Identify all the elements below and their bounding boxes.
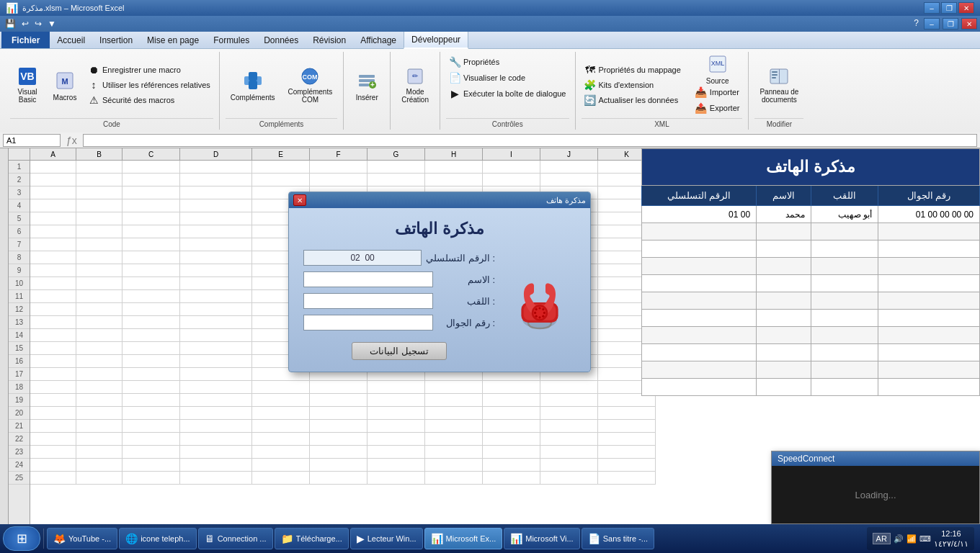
grid-cell[interactable] xyxy=(310,174,368,186)
restore-btn[interactable]: ❐ xyxy=(941,2,957,14)
grid-cell[interactable] xyxy=(76,264,122,277)
taskbar-item-download[interactable]: 📁 Télécharge... xyxy=(275,528,349,549)
taskbar-item-vba[interactable]: 📊 Microsoft Vi... xyxy=(504,528,579,549)
grid-cell[interactable] xyxy=(483,446,540,459)
grid-cell[interactable] xyxy=(76,212,122,225)
menu-fichier[interactable]: Fichier xyxy=(1,32,50,48)
cell-serial-1[interactable]: 00 01 xyxy=(642,206,757,223)
grid-cell[interactable] xyxy=(425,161,483,174)
grid-cell[interactable] xyxy=(180,251,252,264)
app-minimize-btn[interactable]: – xyxy=(924,18,940,30)
grid-cell[interactable] xyxy=(30,459,76,472)
grid-cell[interactable] xyxy=(425,446,483,459)
grid-cell[interactable] xyxy=(30,212,76,225)
grid-cell[interactable] xyxy=(483,420,540,433)
grid-cell[interactable] xyxy=(180,368,252,381)
col-f[interactable]: F xyxy=(310,148,368,160)
volume-icon[interactable]: 🔊 xyxy=(894,534,904,544)
customize-quick-btn[interactable]: ▼ xyxy=(45,19,58,29)
references-btn[interactable]: ↕ Utiliser les références relatives xyxy=(85,78,213,92)
grid-cell[interactable] xyxy=(310,446,368,459)
grid-cell[interactable] xyxy=(30,199,76,212)
grid-cell[interactable] xyxy=(122,199,180,212)
grid-cell[interactable] xyxy=(180,316,252,329)
grid-cell[interactable] xyxy=(180,342,252,355)
visualiser-code-btn[interactable]: 📄 Visualiser le code xyxy=(446,71,528,85)
menu-formules[interactable]: Formules xyxy=(206,32,257,48)
grid-cell[interactable] xyxy=(122,225,180,238)
grid-cell[interactable] xyxy=(76,290,122,303)
xml-proprietes-btn[interactable]: 🗺 Propriétés du mappage xyxy=(582,63,684,77)
grid-cell[interactable] xyxy=(122,355,180,368)
grid-cell[interactable] xyxy=(76,277,122,290)
grid-cell[interactable] xyxy=(180,238,252,251)
grid-cell[interactable] xyxy=(122,407,180,420)
grid-cell[interactable] xyxy=(122,303,180,316)
col-g[interactable]: G xyxy=(368,148,425,160)
grid-cell[interactable] xyxy=(368,459,425,472)
mode-creation-btn[interactable]: ✏ Mode Création xyxy=(396,63,434,107)
grid-cell[interactable] xyxy=(598,433,656,446)
grid-cell[interactable] xyxy=(598,472,656,485)
grid-cell[interactable] xyxy=(368,174,425,186)
securite-btn[interactable]: ⚠ Sécurité des macros xyxy=(85,93,213,107)
grid-cell[interactable] xyxy=(483,459,540,472)
menu-affichage[interactable]: Affichage xyxy=(353,32,404,48)
undo-quick-btn[interactable]: ↩ xyxy=(19,19,31,29)
grid-cell[interactable] xyxy=(425,407,483,420)
panneau-btn[interactable]: Panneau de documents xyxy=(754,63,803,107)
grid-cell[interactable] xyxy=(598,407,656,420)
redo-quick-btn[interactable]: ↪ xyxy=(32,19,44,29)
grid-cell[interactable] xyxy=(368,394,425,407)
taskbar-item-youtube[interactable]: 🦊 YouTube -... xyxy=(47,528,117,549)
grid-cell[interactable] xyxy=(30,342,76,355)
col-i[interactable]: I xyxy=(483,148,540,160)
grid-cell[interactable] xyxy=(180,277,252,290)
dialog-close-btn[interactable]: ✕ xyxy=(293,194,306,206)
grid-cell[interactable] xyxy=(30,186,76,199)
network-icon[interactable]: 📶 xyxy=(906,534,917,544)
grid-cell[interactable] xyxy=(540,394,598,407)
cell-name-1[interactable]: محمد xyxy=(757,206,811,223)
grid-cell[interactable] xyxy=(122,316,180,329)
grid-cell[interactable] xyxy=(76,459,122,472)
grid-cell[interactable] xyxy=(252,161,310,174)
menu-accueil[interactable]: Accueil xyxy=(50,32,92,48)
grid-cell[interactable] xyxy=(180,186,252,199)
grid-cell[interactable] xyxy=(76,174,122,186)
inserer-btn[interactable]: + Insérer xyxy=(349,63,384,107)
proprietes-btn[interactable]: 🔧 Propriétés xyxy=(446,55,502,69)
grid-cell[interactable] xyxy=(122,329,180,342)
phone-input[interactable] xyxy=(303,315,433,331)
cell-lastname-2[interactable] xyxy=(811,223,878,240)
grid-cell[interactable] xyxy=(368,407,425,420)
grid-cell[interactable] xyxy=(425,381,483,394)
menu-developpeur[interactable]: Développeur xyxy=(404,32,468,49)
serial-input[interactable] xyxy=(303,250,422,266)
grid-cell[interactable] xyxy=(30,290,76,303)
grid-cell[interactable] xyxy=(122,381,180,394)
source-btn[interactable]: XML Source xyxy=(692,55,743,84)
close-btn[interactable]: ✕ xyxy=(958,2,974,14)
grid-cell[interactable] xyxy=(310,161,368,174)
macros-btn[interactable]: M Macros xyxy=(48,63,82,107)
grid-cell[interactable] xyxy=(252,433,310,446)
col-e[interactable]: E xyxy=(252,148,310,160)
grid-cell[interactable] xyxy=(122,433,180,446)
grid-cell[interactable] xyxy=(540,381,598,394)
grid-cell[interactable] xyxy=(122,368,180,381)
grid-cell[interactable] xyxy=(180,381,252,394)
exporter-btn[interactable]: 📤 Exporter xyxy=(692,101,743,115)
menu-revision[interactable]: Révision xyxy=(306,32,353,48)
grid-cell[interactable] xyxy=(122,238,180,251)
taskbar-item-media[interactable]: ▶ Lecteur Win... xyxy=(350,528,423,549)
grid-cell[interactable] xyxy=(122,342,180,355)
grid-cell[interactable] xyxy=(76,342,122,355)
menu-mise-en-page[interactable]: Mise en page xyxy=(140,32,206,48)
taskbar-item-phone[interactable]: 🌐 icone teleph... xyxy=(119,528,197,549)
grid-cell[interactable] xyxy=(368,420,425,433)
grid-cell[interactable] xyxy=(30,264,76,277)
grid-cell[interactable] xyxy=(30,251,76,264)
grid-cell[interactable] xyxy=(598,446,656,459)
grid-cell[interactable] xyxy=(30,303,76,316)
